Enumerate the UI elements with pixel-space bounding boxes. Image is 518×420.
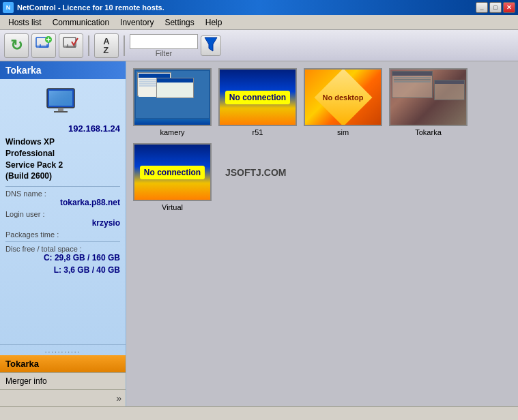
host-header: Tokarka	[0, 61, 126, 79]
menu-inventory[interactable]: Inventory	[115, 16, 159, 29]
thumb-sim-box: No desktop	[304, 68, 382, 126]
thumb-tokarka-box	[389, 68, 467, 126]
check-button[interactable]	[59, 33, 83, 58]
disc-l: L: 3,6 GB / 40 GB	[5, 265, 120, 275]
r51-no-conn-text: No connection	[225, 91, 290, 104]
login-value: krzysio	[5, 218, 120, 228]
minimize-button[interactable]: _	[476, 2, 488, 13]
dns-label: DNS name :	[5, 190, 120, 198]
svg-rect-18	[54, 111, 68, 112]
disc-c: C: 29,8 GB / 160 GB	[5, 253, 120, 262]
tokarka-label: Tokarka	[415, 128, 442, 136]
left-bottom: ........... Tokarka Merger info »	[0, 344, 126, 406]
kamery-desktop-preview	[134, 70, 210, 125]
kamery-label: kamery	[160, 128, 184, 136]
filter-input-group: Filter	[130, 34, 198, 57]
add-icon	[35, 35, 53, 56]
selected-host-item[interactable]: Tokarka	[0, 355, 126, 372]
refresh-icon: ↻	[10, 37, 23, 55]
add-hosts-icon	[35, 35, 53, 52]
menubar: Hosts list Communication Inventory Setti…	[0, 15, 518, 30]
thumb-kamery-box	[133, 68, 212, 126]
host-os: Windows XP Professional Service Pack 2 (…	[5, 136, 120, 182]
disc-label: Disc free / total space :	[5, 245, 120, 253]
os-line3: Service Pack 2	[5, 160, 63, 170]
menu-settings[interactable]: Settings	[159, 16, 199, 29]
dns-value: tokarka.p88.net	[5, 198, 120, 207]
menu-communication[interactable]: Communication	[47, 16, 115, 29]
menu-hosts-list[interactable]: Hosts list	[3, 16, 47, 29]
tokarka-content	[392, 76, 432, 84]
right-panel: kamery No connection r51 No desktop	[126, 61, 518, 406]
r51-label: r51	[253, 128, 263, 136]
svg-rect-17	[58, 108, 63, 111]
svg-rect-16	[49, 91, 72, 106]
sort-button[interactable]: AZ	[94, 33, 119, 58]
left-panel: Tokarka 192.168.1.2	[0, 61, 126, 406]
thumbnails-row-2: No connection Virtual JSOFTJ.COM	[133, 143, 511, 211]
thumb-kamery[interactable]: kamery	[133, 68, 212, 136]
menu-help[interactable]: Help	[200, 16, 228, 29]
add-button[interactable]	[31, 33, 56, 58]
titlebar-buttons: _ □ ✕	[476, 2, 515, 13]
host-info: 192.168.1.24 Windows XP Professional Ser…	[0, 79, 126, 344]
check-hosts-icon	[62, 35, 80, 52]
svg-marker-13	[205, 38, 217, 51]
os-line4: (Build 2600)	[5, 171, 52, 181]
tokarka-titlebar-2	[435, 80, 464, 84]
expand-button[interactable]: »	[0, 389, 126, 406]
os-line2: Professional	[5, 149, 55, 158]
filter-input[interactable]	[130, 34, 198, 49]
toolbar-separator-2	[124, 35, 125, 56]
thumb-r51-box: No connection	[218, 68, 297, 126]
filter-button[interactable]	[201, 35, 221, 56]
host-ip: 192.168.1.24	[5, 123, 120, 134]
monitor-icon	[5, 87, 120, 121]
thumb-tokarka[interactable]: Tokarka	[389, 68, 467, 136]
statusbar	[0, 406, 518, 420]
kamery-taskbar	[134, 119, 210, 125]
toolbar: ↻	[0, 30, 518, 61]
thumb-r51[interactable]: No connection r51	[218, 68, 297, 136]
os-line1: Windows XP	[5, 137, 55, 147]
kamery-window-2	[156, 78, 194, 98]
sort-icon: AZ	[103, 37, 109, 55]
merger-item[interactable]: Merger info	[0, 372, 126, 389]
login-label: Login user :	[5, 210, 120, 218]
sim-no-desktop: No desktop	[305, 70, 381, 125]
toolbar-separator-1	[88, 35, 89, 56]
virtual-no-conn-text: No connection	[140, 166, 205, 179]
thumbnails-row-1: kamery No connection r51 No desktop	[133, 68, 511, 136]
sim-no-desktop-text: No desktop	[323, 93, 364, 102]
window-title: NetControl - Licence for 10 remote hosts…	[17, 3, 164, 12]
divider-2	[5, 241, 120, 242]
main-content: Tokarka 192.168.1.2	[0, 61, 518, 406]
tokarka-window-2	[434, 80, 465, 100]
thumb-virtual[interactable]: No connection Virtual	[133, 143, 212, 211]
filter-funnel-icon	[203, 35, 218, 54]
thumb-sim[interactable]: No desktop sim	[304, 68, 382, 136]
filter-label: Filter	[156, 49, 172, 57]
virtual-no-connection: No connection	[134, 145, 210, 200]
divider-1	[5, 186, 120, 187]
dots-bar: ...........	[0, 345, 126, 355]
check-icon	[62, 35, 80, 56]
funnel-icon	[203, 35, 218, 57]
jsoftj-text: JSOFTJ.COM	[225, 143, 286, 201]
kamery-desktop-inner	[136, 71, 209, 118]
titlebar-left: N NetControl - Licence for 10 remote hos…	[3, 2, 164, 13]
refresh-button[interactable]: ↻	[4, 33, 29, 58]
virtual-label: Virtual	[162, 203, 183, 211]
thumb-virtual-box: No connection	[133, 143, 212, 201]
app-icon: N	[3, 2, 14, 13]
kamery-titlebar-2	[157, 78, 193, 82]
host-name: Tokarka	[5, 65, 42, 76]
filter-group: Filter	[130, 34, 221, 57]
sim-label: sim	[337, 128, 349, 136]
close-button[interactable]: ✕	[503, 2, 515, 13]
packages-label: Packages time :	[5, 230, 120, 239]
computer-monitor-icon	[46, 87, 80, 115]
maximize-button[interactable]: □	[489, 2, 502, 13]
titlebar: N NetControl - Licence for 10 remote hos…	[0, 0, 518, 15]
tokarka-preview	[390, 70, 466, 125]
